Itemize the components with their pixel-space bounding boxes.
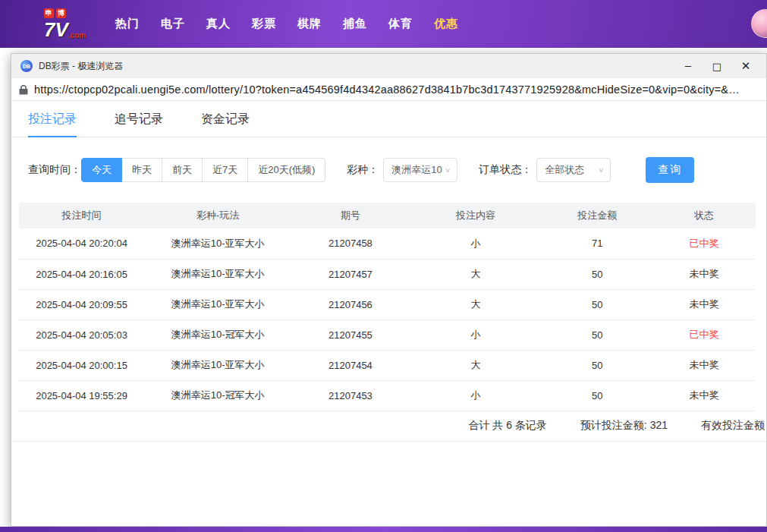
bet-time-cell: 2025-04-04 20:05:03 — [19, 320, 144, 350]
status-cell: 已中奖 — [652, 228, 756, 259]
table-row: 2025-04-04 20:20:04澳洲幸运10-亚军大小21207458小7… — [19, 228, 756, 259]
bet-time-cell: 2025-04-04 20:20:04 — [19, 228, 144, 259]
bet-time-cell: 2025-04-04 19:55:29 — [19, 380, 144, 411]
table-row: 2025-04-04 20:16:05澳洲幸运10-亚军大小21207457大5… — [19, 259, 756, 289]
logo-char: 博 — [56, 8, 66, 18]
logo-text: 7V — [44, 18, 68, 41]
bet-content-cell: 大 — [410, 350, 542, 380]
summary-total: 合计 共 6 条记录 — [468, 419, 546, 433]
logo-top-row: 申 博 — [44, 8, 91, 18]
filter-bar: 查询时间： 今天 昨天 前天 近7天 近20天(低频) 彩种： 澳洲幸运10 ∨… — [28, 157, 766, 183]
game-type-cell: 澳洲幸运10-亚军大小 — [144, 228, 291, 259]
table-row: 2025-04-04 19:55:29澳洲幸运10-冠军大小21207453小5… — [19, 380, 756, 411]
issue-cell: 21207454 — [291, 350, 409, 380]
site-logo[interactable]: 申 博 7V.com — [44, 8, 91, 39]
bet-content-cell: 小 — [410, 380, 542, 411]
time-filter-day-before[interactable]: 前天 — [162, 158, 203, 182]
table-row: 2025-04-04 20:00:15澳洲幸运10-亚军大小21207454大5… — [19, 350, 756, 380]
issue-cell: 21207455 — [291, 320, 409, 350]
lottery-filter-label: 彩种： — [347, 163, 379, 177]
site-banner: 申 博 7V.com 热门 电子 真人 彩票 棋牌 捕鱼 体育 优惠 — [0, 0, 767, 48]
nav-item-lottery[interactable]: 彩票 — [241, 17, 287, 31]
game-type-cell: 澳洲幸运10-亚军大小 — [144, 350, 291, 380]
tab-fund-records[interactable]: 资金记录 — [201, 112, 250, 137]
bet-amount-cell: 71 — [542, 228, 652, 259]
status-cell: 未中奖 — [652, 259, 756, 289]
time-filter-label: 查询时间： — [28, 163, 81, 177]
minimize-button[interactable]: ─ — [674, 55, 703, 77]
main-nav: 热门 电子 真人 彩票 棋牌 捕鱼 体育 优惠 — [105, 17, 469, 31]
bet-content-cell: 大 — [410, 289, 542, 320]
bet-time-cell: 2025-04-04 20:16:05 — [19, 259, 144, 289]
game-type-cell: 澳洲幸运10-亚军大小 — [144, 259, 291, 289]
nav-item-fishing[interactable]: 捕鱼 — [332, 17, 378, 31]
logo-main: 7V.com — [44, 20, 91, 39]
url-text[interactable]: https://ctopcp02pcali.uengi5e.com/lotter… — [34, 83, 740, 96]
url-bar[interactable]: https://ctopcp02pcali.uengi5e.com/lotter… — [11, 78, 766, 101]
header-game-type: 彩种-玩法 — [144, 203, 291, 228]
nav-item-cards[interactable]: 棋牌 — [287, 17, 332, 31]
header-status: 状态 — [652, 203, 756, 228]
time-filter-yesterday[interactable]: 昨天 — [121, 158, 162, 182]
chevron-down-icon: ∨ — [598, 166, 604, 174]
chevron-down-icon: ∨ — [445, 166, 451, 174]
time-filter-7days[interactable]: 近7天 — [202, 158, 248, 182]
bet-content-cell: 小 — [410, 320, 542, 350]
bet-records-table: 投注时间 彩种-玩法 期号 投注内容 投注金额 状态 2025-04-04 20… — [19, 203, 756, 411]
bet-amount-cell: 50 — [542, 380, 652, 411]
table-row: 2025-04-04 20:09:55澳洲幸运10-亚军大小21207456大5… — [19, 289, 756, 320]
bet-amount-cell: 50 — [542, 350, 652, 380]
lottery-select[interactable]: 澳洲幸运10 ∨ — [383, 158, 457, 182]
window-controls: ─ □ ✕ — [674, 55, 760, 77]
table-header-row: 投注时间 彩种-玩法 期号 投注内容 投注金额 状态 — [19, 203, 756, 228]
nav-item-hot[interactable]: 热门 — [105, 17, 150, 31]
maximize-button[interactable]: □ — [703, 55, 731, 77]
table-row: 2025-04-04 20:05:03澳洲幸运10-冠军大小21207455小5… — [19, 320, 756, 350]
nav-item-slots[interactable]: 电子 — [150, 17, 196, 31]
browser-app-icon: DB — [20, 60, 33, 72]
status-select[interactable]: 全部状态 ∨ — [536, 158, 611, 182]
window-title-bar[interactable]: DB DB彩票 - 极速浏览器 ─ □ ✕ — [11, 54, 766, 78]
header-bet-time: 投注时间 — [19, 203, 144, 228]
close-button[interactable]: ✕ — [731, 55, 760, 77]
game-type-cell: 澳洲幸运10-亚军大小 — [144, 289, 291, 320]
status-select-value: 全部状态 — [545, 163, 584, 177]
avatar[interactable] — [751, 9, 767, 38]
issue-cell: 21207457 — [291, 259, 409, 289]
browser-window: DB DB彩票 - 极速浏览器 ─ □ ✕ https://ctopcp02pc… — [11, 53, 767, 527]
nav-item-sports[interactable]: 体育 — [378, 17, 423, 31]
bet-amount-cell: 50 — [542, 259, 652, 289]
issue-cell: 21207456 — [291, 289, 409, 320]
table-summary: 合计 共 6 条记录 预计投注金额: 321 有效投注金额 — [11, 411, 766, 442]
logo-suffix: .com — [68, 31, 86, 39]
summary-expected-amount: 预计投注金额: 321 — [580, 419, 668, 433]
bet-time-cell: 2025-04-04 20:09:55 — [19, 289, 144, 320]
bet-content-cell: 小 — [410, 228, 542, 259]
game-type-cell: 澳洲幸运10-冠军大小 — [144, 320, 291, 350]
window-title: DB彩票 - 极速浏览器 — [39, 60, 123, 73]
tab-bar: 投注记录 追号记录 资金记录 — [11, 101, 766, 137]
header-issue: 期号 — [291, 203, 409, 228]
bet-content-cell: 大 — [410, 259, 542, 289]
time-filter-group: 今天 昨天 前天 近7天 近20天(低频) — [81, 158, 325, 182]
time-filter-today[interactable]: 今天 — [81, 158, 122, 182]
summary-valid-amount: 有效投注金额 — [701, 419, 765, 433]
tab-chase-records[interactable]: 追号记录 — [115, 112, 163, 137]
time-filter-20days[interactable]: 近20天(低频) — [247, 158, 325, 182]
game-type-cell: 澳洲幸运10-冠军大小 — [144, 380, 291, 411]
tab-bet-records[interactable]: 投注记录 — [28, 112, 77, 137]
bet-time-cell: 2025-04-04 20:00:15 — [19, 350, 144, 380]
header-bet-content: 投注内容 — [410, 203, 542, 228]
header-bet-amount: 投注金额 — [542, 203, 652, 228]
lottery-select-value: 澳洲幸运10 — [391, 163, 442, 177]
bottom-purple-strip — [0, 527, 767, 532]
status-cell: 未中奖 — [652, 289, 756, 320]
logo-char: 申 — [44, 8, 54, 18]
status-cell: 未中奖 — [652, 380, 756, 411]
status-cell: 未中奖 — [652, 350, 756, 380]
status-filter-label: 订单状态： — [479, 163, 532, 177]
nav-item-promo[interactable]: 优惠 — [423, 17, 469, 31]
search-button[interactable]: 查询 — [646, 157, 694, 183]
nav-item-live[interactable]: 真人 — [196, 17, 241, 31]
bet-table-body: 2025-04-04 20:20:04澳洲幸运10-亚军大小21207458小7… — [19, 228, 756, 411]
